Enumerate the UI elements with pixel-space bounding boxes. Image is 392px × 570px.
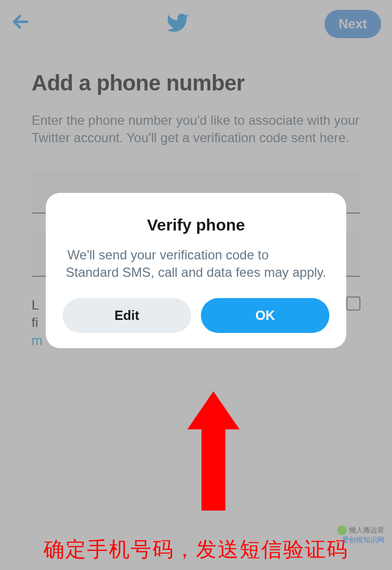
verify-phone-modal: Verify phone We'll send your verificatio…	[46, 193, 346, 348]
wechat-icon	[337, 525, 347, 535]
modal-overlay: Verify phone We'll send your verificatio…	[0, 0, 392, 570]
modal-text: We'll send your verification code to xxx…	[60, 246, 332, 282]
modal-actions: Edit OK	[60, 298, 332, 333]
watermark-site: 爱创根知识网	[342, 535, 384, 545]
ok-button[interactable]: OK	[201, 298, 329, 333]
modal-title: Verify phone	[60, 216, 332, 234]
edit-button[interactable]: Edit	[63, 298, 191, 333]
watermark-wechat: 懒人搬运君	[337, 525, 384, 535]
screen: Next Add a phone number Enter the phone …	[0, 0, 392, 570]
annotation-caption: 确定手机号码，发送短信验证码	[0, 536, 392, 563]
annotation-arrow-icon	[187, 391, 240, 511]
